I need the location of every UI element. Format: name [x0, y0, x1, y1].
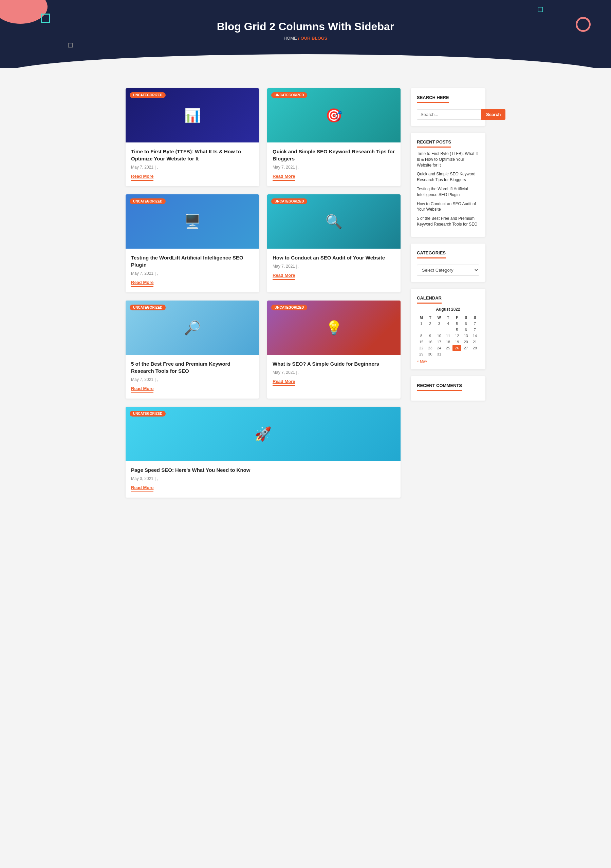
calendar-month-year: August 2022: [417, 307, 479, 312]
search-input[interactable]: [417, 109, 481, 120]
card-image-inner-7: 🚀: [126, 407, 401, 461]
cal-day: 3: [435, 321, 444, 327]
cal-day: 14: [471, 333, 479, 339]
cal-day: 4: [444, 321, 452, 327]
card-image-2: 🎯 Uncategorized: [267, 88, 401, 143]
card-title-2: Quick and Simple SEO Keyword Research Ti…: [272, 148, 395, 162]
card-badge-4: Uncategorized: [271, 198, 307, 204]
card-badge-5: Uncategorized: [130, 305, 166, 310]
card-image-7: 🚀 Uncategorized: [126, 407, 401, 461]
calendar-title: CALENDAR: [417, 295, 442, 304]
card-image-5: 🔎 Uncategorized: [126, 301, 259, 355]
blog-card-5: 🔎 Uncategorized 5 of the Best Free and P…: [126, 301, 259, 398]
read-more-5[interactable]: Read More: [131, 386, 154, 393]
decorative-teal-square: [41, 14, 50, 23]
decorative-blob: [0, 0, 48, 24]
card-body-2: Quick and Simple SEO Keyword Research Ti…: [267, 143, 401, 186]
cal-day: 5: [452, 321, 461, 327]
cal-day: 20: [461, 339, 470, 345]
cal-day: 15: [417, 339, 426, 345]
read-more-4[interactable]: Read More: [272, 273, 295, 280]
cal-day: 31: [435, 351, 444, 357]
read-more-7[interactable]: Read More: [131, 485, 154, 492]
cal-day: 23: [426, 345, 434, 351]
blog-card-1: 📊 Uncategorized Time to First Byte (TTFB…: [126, 88, 259, 186]
cal-header: M: [417, 315, 426, 321]
card-meta-6: May 7, 2021 | ,: [272, 370, 395, 375]
recent-post-item-4[interactable]: 5 of the Best Free and Premium Keyword R…: [417, 216, 479, 227]
card-title-3: Testing the WordLift Artificial Intellig…: [131, 254, 253, 268]
cal-day: [471, 351, 479, 357]
recent-post-item-1[interactable]: Quick and Simple SEO Keyword Research Ti…: [417, 171, 479, 183]
cal-header: W: [435, 315, 444, 321]
card-meta-2: May 7, 2021 | ,: [272, 165, 395, 170]
card-meta-1: May 7, 2021 | ,: [131, 165, 253, 170]
cal-day: 26: [452, 345, 461, 351]
card-body-3: Testing the WordLift Artificial Intellig…: [126, 249, 259, 292]
card-image-3: 🖥️ Uncategorized: [126, 194, 259, 249]
breadcrumb-current: OUR BLOGS: [301, 36, 328, 41]
read-more-3[interactable]: Read More: [131, 280, 154, 287]
cal-day: 6: [461, 321, 470, 327]
cal-day: 24: [435, 345, 444, 351]
cal-day: 19: [452, 339, 461, 345]
calendar-widget: CALENDAR August 2022MTWTFSS1234567567891…: [411, 289, 485, 369]
cal-day: 5: [452, 327, 461, 333]
cal-day: 17: [435, 339, 444, 345]
read-more-2[interactable]: Read More: [272, 174, 295, 181]
card-badge-6: Uncategorized: [271, 305, 307, 310]
card-meta-5: May 7, 2021 | ,: [131, 377, 253, 382]
recent-comments-title: RECENT COMMENTS: [417, 383, 462, 391]
category-select[interactable]: Select CategorySEOBloggingToolsGuides: [417, 265, 479, 276]
card-image-6: 💡 Uncategorized: [267, 301, 401, 355]
cal-day: 21: [471, 339, 479, 345]
cal-day: [444, 327, 452, 333]
blog-card-3: 🖥️ Uncategorized Testing the WordLift Ar…: [126, 194, 259, 292]
card-image-4: 🔍 Uncategorized: [267, 194, 401, 249]
recent-post-item-3[interactable]: How to Conduct an SEO Audit of Your Webs…: [417, 201, 479, 213]
decorative-teal-square-2: [538, 7, 543, 12]
breadcrumb: HOME / OUR BLOGS: [284, 36, 328, 41]
card-image-1: 📊 Uncategorized: [126, 88, 259, 143]
cal-day: [452, 351, 461, 357]
card-body-4: How to Conduct an SEO Audit of Your Webs…: [267, 249, 401, 285]
search-button[interactable]: Search: [481, 109, 505, 120]
cal-prev-link[interactable]: « May: [417, 359, 479, 363]
cal-day: 11: [444, 333, 452, 339]
card-meta-4: May 7, 2021 | ,: [272, 264, 395, 269]
breadcrumb-home[interactable]: HOME: [284, 36, 297, 41]
read-more-6[interactable]: Read More: [272, 379, 295, 386]
card-title-6: What is SEO? A Simple Guide for Beginner…: [272, 360, 395, 367]
cal-day: 13: [461, 333, 470, 339]
hero-header: Blog Grid 2 Columns With Sidebar HOME / …: [0, 0, 611, 68]
cal-day: [461, 351, 470, 357]
blog-card-4: 🔍 Uncategorized How to Conduct an SEO Au…: [267, 194, 401, 292]
categories-title: CATEGORIES: [417, 250, 446, 259]
breadcrumb-sep: /: [298, 36, 300, 41]
read-more-1[interactable]: Read More: [131, 174, 154, 181]
card-meta-7: May 3, 2021 | ,: [131, 476, 395, 481]
cal-day: 16: [426, 339, 434, 345]
cal-day: 7: [471, 321, 479, 327]
page-container: 📊 Uncategorized Time to First Byte (TTFB…: [119, 88, 492, 498]
recent-post-item-2[interactable]: Testing the WordLift Artificial Intellig…: [417, 186, 479, 198]
card-badge-2: Uncategorized: [271, 92, 307, 98]
decorative-small-square: [68, 43, 73, 48]
recent-post-item-0[interactable]: Time to First Byte (TTFB): What It Is & …: [417, 151, 479, 168]
cal-header: T: [426, 315, 434, 321]
sidebar: SEARCH HERE Search RECENT POSTS Time to …: [411, 88, 485, 498]
cal-day: 10: [435, 333, 444, 339]
blog-card-7: 🚀 Uncategorized Page Speed SEO: Here's W…: [126, 407, 401, 498]
cal-day: 2: [426, 321, 434, 327]
card-badge-7: Uncategorized: [130, 411, 166, 417]
card-meta-3: May 7, 2021 | ,: [131, 271, 253, 276]
recent-posts-title: RECENT POSTS: [417, 140, 451, 147]
card-title-1: Time to First Byte (TTFB): What It Is & …: [131, 148, 253, 162]
card-title-5: 5 of the Best Free and Premium Keyword R…: [131, 360, 253, 375]
recent-posts-widget: RECENT POSTS Time to First Byte (TTFB): …: [411, 133, 485, 237]
cal-day: [426, 327, 434, 333]
card-body-5: 5 of the Best Free and Premium Keyword R…: [126, 355, 259, 398]
blog-card-2: 🎯 Uncategorized Quick and Simple SEO Key…: [267, 88, 401, 186]
calendar-container: August 2022MTWTFSS1234567567891011121314…: [417, 307, 479, 363]
cal-day: 22: [417, 345, 426, 351]
